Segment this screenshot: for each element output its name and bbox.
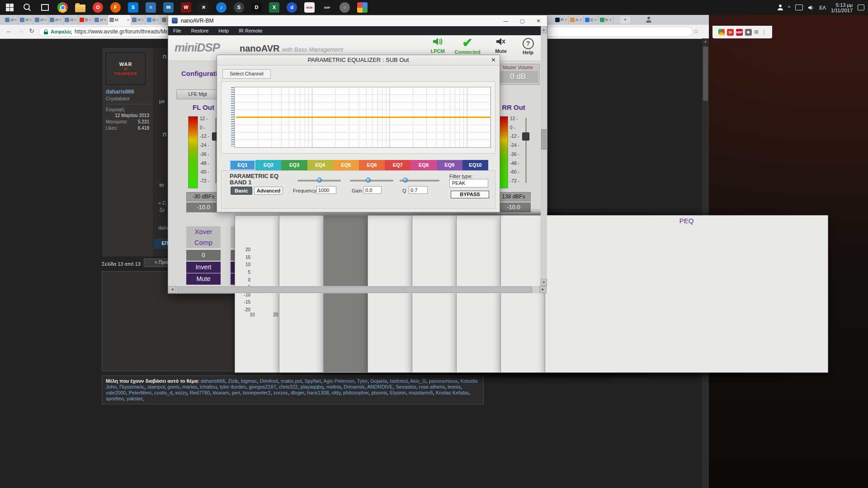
file-explorer-icon[interactable] xyxy=(75,5,85,12)
reader-link[interactable]: bonepeeler2 xyxy=(243,390,270,395)
eq-tab-eq10[interactable]: EQ10 xyxy=(462,160,488,170)
game-launcher-icon[interactable]: ✕ xyxy=(198,2,209,13)
scroll-up-icon[interactable]: ▲ xyxy=(702,38,709,45)
reader-link[interactable]: rose.athens xyxy=(419,384,445,389)
reader-link[interactable]: Zizik xyxy=(228,378,238,384)
gain-slider-handle[interactable] xyxy=(366,178,371,183)
reader-link[interactable]: tyler durden xyxy=(220,384,246,389)
tab-close-icon[interactable]: × xyxy=(59,18,61,22)
tab-close-icon[interactable]: × xyxy=(127,18,129,22)
dragon-app-icon[interactable]: D xyxy=(251,2,262,13)
fader-handle[interactable] xyxy=(522,132,529,141)
bookmark-star-icon[interactable]: ☆ xyxy=(693,28,699,35)
reader-link[interactable]: dloger xyxy=(291,390,304,395)
reload-button[interactable]: ↻ xyxy=(27,27,36,34)
gain-input[interactable] xyxy=(363,186,382,194)
display-icon[interactable] xyxy=(795,5,803,10)
eq-tab-eq6[interactable]: EQ6 xyxy=(359,160,385,170)
reader-link[interactable]: giorgos2187 xyxy=(249,384,276,389)
forward-button[interactable]: → xyxy=(16,27,25,34)
plugin-icon[interactable]: ○ xyxy=(340,2,350,13)
back-button[interactable]: ← xyxy=(5,27,14,34)
reader-link[interactable]: Agis Peterson xyxy=(323,378,354,384)
padlock-icon[interactable] xyxy=(44,29,48,34)
eq-handle-strip[interactable] xyxy=(231,87,235,146)
reader-link[interactable]: zorzos xyxy=(273,390,288,395)
adblock-badge-icon[interactable]: 10 xyxy=(727,29,734,36)
reader-link[interactable]: Elysion xyxy=(390,390,406,395)
mute-button[interactable]: Mute xyxy=(186,273,221,285)
reader-link[interactable]: costis_d xyxy=(154,390,172,395)
filter-type-select[interactable]: PEAK xyxy=(449,179,488,188)
notification-icon[interactable] xyxy=(858,5,864,10)
reader-link[interactable]: Tyler xyxy=(357,378,368,384)
tray-clock[interactable]: 5:13 μμ 1/11/2017 xyxy=(831,2,853,13)
eq-tab-eq4[interactable]: EQ4 xyxy=(307,160,333,170)
reader-link[interactable]: ichaltou xyxy=(200,384,217,389)
reader-link[interactable]: bigmac xyxy=(241,378,257,384)
reader-link[interactable]: leonis xyxy=(448,384,461,389)
eq-tab-eq1[interactable]: EQ1 xyxy=(230,160,255,170)
reader-link[interactable]: haris1308 xyxy=(307,390,329,395)
xover-button[interactable]: Xover xyxy=(186,226,221,237)
eq-graph[interactable] xyxy=(234,87,491,148)
scroll-down-arrow-icon[interactable]: ▼ xyxy=(541,279,547,286)
browser-tab[interactable]: AV× xyxy=(63,15,78,25)
tab-close-icon[interactable]: × xyxy=(74,18,76,22)
username-link[interactable]: daharis666 xyxy=(106,89,149,95)
browser-tab[interactable]: AV E× xyxy=(131,15,146,25)
peq-button[interactable]: PEQ xyxy=(545,215,828,373)
mail-icon[interactable]: ✉ xyxy=(163,2,174,13)
browser-menu-dots-icon[interactable]: ⋮ xyxy=(761,29,766,35)
vscroll-thumb[interactable] xyxy=(541,129,547,150)
tab-close-icon[interactable]: × xyxy=(156,18,159,22)
reader-link[interactable]: daharis666 xyxy=(201,378,225,384)
horizontal-scrollbar[interactable]: ◄ ► xyxy=(169,286,547,293)
tab-close-icon[interactable]: × xyxy=(580,18,582,22)
reader-link[interactable]: wizzy xyxy=(175,390,187,395)
q-input[interactable] xyxy=(409,186,428,194)
reader-link[interactable]: peri xyxy=(232,390,240,395)
tab-close-icon[interactable]: × xyxy=(89,18,91,22)
scroll-right-icon[interactable]: ► xyxy=(539,286,547,293)
comp-button[interactable]: Comp xyxy=(186,237,221,248)
start-button[interactable] xyxy=(5,2,15,13)
scroll-left-icon[interactable]: ◄ xyxy=(169,286,176,293)
reader-link[interactable]: Akis_G xyxy=(410,378,426,384)
hscroll-thumb[interactable] xyxy=(177,286,532,293)
search-icon[interactable] xyxy=(22,2,33,13)
new-tab-button[interactable]: + xyxy=(620,16,630,23)
reader-link[interactable]: panoramious xyxy=(429,378,458,384)
language-indicator[interactable]: ΕΛ xyxy=(819,5,826,10)
reader-link[interactable]: PeterMeni xyxy=(129,390,151,395)
gain-slider[interactable] xyxy=(350,180,393,182)
vertical-scrollbar[interactable]: ▲ ▼ xyxy=(541,26,547,286)
browser-profile-icon[interactable] xyxy=(646,17,651,23)
reader-link[interactable]: ANDRDIVE xyxy=(367,384,393,389)
reader-link[interactable]: Gojakla xyxy=(370,378,387,384)
advanced-button[interactable]: Advanced xyxy=(254,187,283,195)
rew-icon[interactable]: REW xyxy=(304,2,315,13)
gear-ext-icon[interactable]: ⚙ xyxy=(754,29,759,35)
frequency-slider-handle[interactable] xyxy=(317,178,322,183)
reader-link[interactable]: Red7760 xyxy=(190,390,210,395)
eq-tab-eq7[interactable]: EQ7 xyxy=(385,160,410,170)
excel-icon[interactable]: X xyxy=(269,2,279,13)
delay-value[interactable]: 0 xyxy=(186,250,221,261)
tab-close-icon[interactable]: × xyxy=(14,18,17,22)
browser-tab[interactable]: AV N× xyxy=(48,15,63,25)
browser-tab[interactable]: AV T× xyxy=(4,15,19,25)
calculator-icon[interactable]: = xyxy=(146,2,156,13)
reader-link[interactable]: Sevastos xyxy=(396,384,416,389)
reader-link[interactable]: sportteo xyxy=(106,396,124,401)
reader-link[interactable]: playaqqbq xyxy=(301,384,324,389)
firefox-icon[interactable]: F xyxy=(110,2,121,13)
reader-link[interactable]: philosopher xyxy=(343,390,368,395)
eq-tab-eq8[interactable]: EQ8 xyxy=(410,160,436,170)
browser-tab[interactable]: C× xyxy=(584,15,599,25)
screenshot-ext-icon[interactable]: ◉ xyxy=(745,29,752,36)
browser-tab[interactable]: h× xyxy=(599,15,613,25)
basic-button[interactable]: Basic xyxy=(231,187,252,195)
tray-chevron-icon[interactable]: ^ xyxy=(788,5,790,10)
reader-link[interactable]: chris322 xyxy=(279,384,298,389)
